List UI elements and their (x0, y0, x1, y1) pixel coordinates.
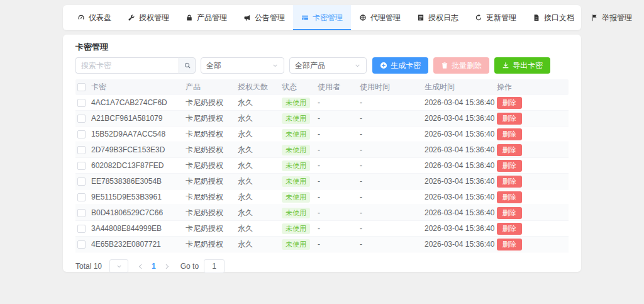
used-time-cell: - (360, 145, 425, 154)
prev-page-button[interactable] (137, 263, 144, 270)
used-time-cell: - (360, 177, 425, 186)
toolbar: 全部 全部产品 生成卡密 批量删除 导出卡密 (75, 57, 569, 74)
nav-tab-8[interactable]: 接口文档 (525, 5, 582, 30)
created-time-cell: 2026-03-04 15:36:40 (425, 161, 497, 170)
status-filter-select[interactable]: 全部 (201, 57, 284, 74)
status-badge: 未使用 (282, 208, 310, 218)
product-filter-value: 全部产品 (295, 60, 325, 71)
nav-tab-label: 卡密管理 (313, 13, 343, 23)
user-cell: - (318, 130, 360, 138)
card-key-cell: 4E65B232E0807721 (91, 240, 186, 249)
col-header-product: 产品 (186, 82, 238, 93)
nav-tab-label: 仪表盘 (89, 13, 111, 23)
row-checkbox[interactable] (77, 177, 86, 186)
product-cell: 卡尼奶授权 (186, 223, 238, 234)
row-checkbox[interactable] (77, 240, 86, 249)
chevron-down-icon (116, 263, 123, 270)
nav-tab-label: 举报管理 (602, 13, 632, 23)
nav-tab-10[interactable]: 全局设置 (640, 5, 644, 30)
lock-icon (186, 14, 193, 21)
col-header-status: 状态 (282, 82, 318, 93)
product-filter-select[interactable]: 全部产品 (289, 57, 367, 74)
col-header-key: 卡密 (91, 82, 186, 93)
next-page-button[interactable] (164, 263, 170, 270)
delete-button[interactable]: 删除 (497, 97, 522, 109)
used-time-cell: - (360, 240, 425, 249)
used-time-cell: - (360, 161, 425, 170)
delete-button[interactable]: 删除 (497, 239, 522, 251)
delete-button[interactable]: 删除 (497, 191, 522, 203)
table-row: 3A44808E844999EB 卡尼奶授权 永久 未使用 - - 2026-0… (75, 221, 569, 237)
chevron-left-icon (137, 263, 144, 270)
row-checkbox[interactable] (77, 193, 86, 201)
row-checkbox[interactable] (77, 146, 86, 154)
status-badge: 未使用 (282, 98, 310, 108)
status-filter-value: 全部 (206, 60, 221, 71)
nav-tab-1[interactable]: 授权管理 (119, 5, 177, 30)
page-title: 卡密管理 (75, 42, 569, 53)
card-key-cell: 9E5115D9E53B3961 (91, 193, 186, 201)
generate-key-button[interactable]: 生成卡密 (372, 57, 428, 74)
nav-tab-label: 授权管理 (139, 13, 169, 23)
delete-button[interactable]: 删除 (497, 176, 522, 188)
nav-tab-5[interactable]: 代理管理 (351, 5, 409, 30)
goto-label: Go to (180, 262, 199, 271)
row-checkbox[interactable] (77, 162, 86, 170)
nav-tab-2[interactable]: 产品管理 (177, 5, 235, 30)
product-cell: 卡尼奶授权 (186, 192, 238, 203)
used-time-cell: - (360, 208, 425, 217)
card-icon (301, 14, 309, 21)
nav-tab-3[interactable]: 公告管理 (235, 5, 293, 30)
delete-button[interactable]: 删除 (497, 144, 522, 156)
authorize-days-cell: 永久 (238, 192, 282, 203)
current-page[interactable]: 1 (152, 262, 156, 271)
used-time-cell: - (360, 98, 425, 107)
authorize-days-cell: 永久 (238, 129, 282, 140)
delete-button[interactable]: 删除 (497, 128, 522, 140)
flag-icon (591, 14, 598, 21)
page-size-select[interactable] (109, 259, 128, 273)
nav-tab-7[interactable]: 更新管理 (467, 5, 525, 30)
col-header-created: 生成时间 (425, 82, 497, 93)
created-time-cell: 2026-03-04 15:36:40 (425, 193, 497, 201)
delete-button[interactable]: 删除 (497, 160, 522, 172)
select-all-checkbox[interactable] (77, 83, 86, 91)
product-cell: 卡尼奶授权 (186, 129, 238, 140)
pagination: Total 10 1 Go to (75, 259, 569, 273)
search-input[interactable] (75, 57, 179, 74)
chevron-right-icon (164, 263, 170, 270)
wrench-icon (128, 14, 135, 21)
authorize-days-cell: 永久 (238, 176, 282, 187)
goto-page-input[interactable] (204, 259, 225, 273)
created-time-cell: 2026-03-04 15:36:40 (425, 145, 497, 154)
nav-tab-label: 更新管理 (486, 13, 516, 23)
row-checkbox[interactable] (77, 225, 86, 233)
delete-button[interactable]: 删除 (497, 207, 522, 219)
nav-tab-4[interactable]: 卡密管理 (293, 5, 351, 30)
batch-delete-button[interactable]: 批量删除 (433, 57, 489, 74)
search-button[interactable] (179, 57, 196, 74)
table-row: 4AC1A7CAB274CF6D 卡尼奶授权 永久 未使用 - - 2026-0… (75, 95, 569, 111)
col-header-action: 操作 (497, 82, 569, 93)
table-row: 4E65B232E0807721 卡尼奶授权 永久 未使用 - - 2026-0… (75, 237, 569, 252)
row-checkbox[interactable] (77, 115, 86, 123)
delete-button[interactable]: 删除 (497, 223, 522, 235)
search-icon (184, 62, 191, 69)
col-header-user: 使用者 (318, 82, 360, 93)
nav-tab-0[interactable]: 仪表盘 (69, 5, 119, 30)
row-checkbox[interactable] (77, 130, 86, 138)
product-cell: 卡尼奶授权 (186, 176, 238, 187)
user-cell: - (318, 114, 360, 123)
status-badge: 未使用 (282, 160, 310, 171)
total-label: Total 10 (75, 262, 102, 271)
export-key-button[interactable]: 导出卡密 (494, 57, 550, 74)
nav-tab-6[interactable]: 授权日志 (409, 5, 467, 30)
plus-circle-icon (380, 62, 387, 69)
nav-tab-9[interactable]: 举报管理 (582, 5, 640, 30)
nav-tab-label: 公告管理 (255, 13, 285, 23)
row-checkbox[interactable] (77, 209, 86, 217)
row-checkbox[interactable] (77, 99, 86, 107)
table-row: 15B52D9AA7ACC548 卡尼奶授权 永久 未使用 - - 2026-0… (75, 127, 569, 142)
delete-button[interactable]: 删除 (497, 113, 522, 125)
card-key-cell: 15B52D9AA7ACC548 (91, 130, 186, 138)
